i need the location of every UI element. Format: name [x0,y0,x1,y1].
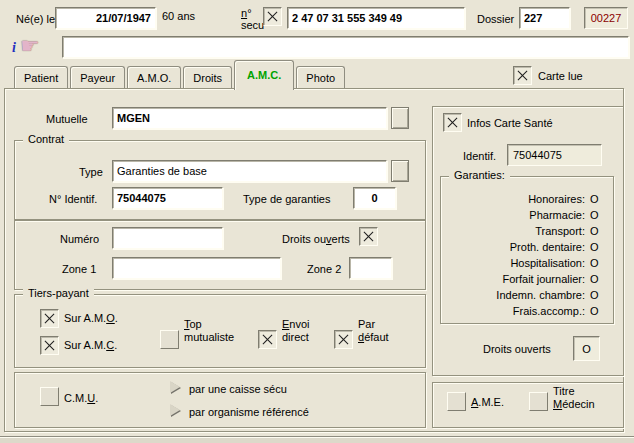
tab-amo[interactable]: A.M.O. [127,66,181,88]
note-input[interactable] [62,36,629,58]
birthdate-label: Né(e) le [16,13,55,25]
contrat-identif-input[interactable] [112,187,223,209]
sur-amc-label: Sur A.M.C. [64,339,117,351]
par-defaut-checkbox[interactable] [334,330,353,349]
droits-ouverts-checkbox[interactable] [359,227,378,246]
type-garanties-label: Type de garanties [243,193,330,205]
zone2-input[interactable] [349,257,392,279]
carte-droits-ouverts-display: O [573,336,600,361]
cmu-label: C.M.U. [64,392,98,404]
secu-checkbox[interactable] [263,7,282,26]
top-mutualiste-label: Topmutualiste [184,318,234,344]
numero-label: Numéro [60,233,99,245]
carte-identif-label: Identif. [463,150,496,162]
envoi-direct-checkbox[interactable] [258,330,277,349]
garanties-list: Honoraires:O Pharmacie:O Transport:O Pro… [447,191,599,319]
caisse-secu-arrow-icon [170,381,180,393]
par-defaut-label: Pardéfaut [358,318,389,344]
garantie-row: Frais.accomp.:O [447,303,599,319]
mutuelle-label: Mutuelle [46,113,88,125]
droits-ouverts-label: Droits ouverts [282,233,350,245]
garantie-row: Hospitalisation:O [447,255,599,271]
zone2-label: Zone 2 [307,263,341,275]
cmu-option-caisse-secu[interactable]: par une caisse sécu [189,383,287,395]
dossier-label: Dossier [477,13,514,25]
birthdate-input[interactable] [55,7,156,29]
contrat-type-browse-button[interactable] [391,160,409,182]
contrat-identif-label: N° Identif. [49,193,97,205]
ame-label: A.M.E. [471,396,504,408]
tiers-payant-group-title: Tiers-payant [23,287,94,299]
mutuelle-input[interactable] [112,107,387,129]
tab-payeur[interactable]: Payeur [70,66,125,88]
carte-lue-checkbox[interactable] [513,66,532,85]
zone1-input[interactable] [112,257,281,279]
garantie-row: Indemn. chambre:O [447,287,599,303]
sur-amo-checkbox[interactable] [40,309,59,328]
amc-patient-window: { "colors": { "accent_green": "#00a300",… [0,0,634,443]
garantie-row: Proth. dentaire:O [447,239,599,255]
organisme-reference-arrow-icon [170,404,180,416]
cmu-checkbox[interactable] [40,387,59,406]
top-mutualiste-checkbox[interactable] [160,330,179,349]
contrat-group-title: Contrat [23,133,69,145]
tab-bar: Patient Payeur A.M.O. Droits A.M.C. Phot… [14,62,347,88]
pointing-hand-icon: i ☛ [12,36,58,60]
numero-input[interactable] [112,227,223,249]
tab-amc[interactable]: A.M.C. [234,60,294,90]
sur-amo-label: Sur A.M.O. [64,312,118,324]
garantie-row: Honoraires:O [447,191,599,207]
garantie-row: Pharmacie:O [447,207,599,223]
age-label: 60 ans [162,10,195,22]
tab-droits[interactable]: Droits [183,66,232,88]
dossier-code-display: 00227 [584,7,628,29]
contrat-type-label: Type [79,166,103,178]
secu-number-input[interactable] [287,7,465,29]
titre-medecin-checkbox[interactable] [529,392,548,411]
garanties-groupbox: Garanties: Honoraires:O Pharmacie:O Tran… [440,176,614,324]
zone1-label: Zone 1 [62,263,96,275]
garanties-group-title: Garanties: [449,169,510,181]
envoi-direct-label: Envoidirect [282,318,310,344]
titre-medecin-label: TitreMédecin [553,385,595,411]
garantie-row: Forfait journalier:O [447,271,599,287]
infos-carte-sante-checkbox[interactable] [443,113,462,132]
carte-identif-display: 75044075 [507,144,602,166]
infos-carte-sante-label: Infos Carte Santé [467,117,553,129]
tab-patient[interactable]: Patient [14,66,68,88]
contrat-type-input[interactable] [112,160,387,182]
type-garanties-input[interactable] [353,187,396,209]
carte-lue-label: Carte lue [538,70,583,82]
carte-droits-ouverts-label: Droits ouverts [483,343,551,355]
dossier-input[interactable] [519,7,570,29]
secu-label: n°secu [241,7,264,31]
bottom-strip [0,438,634,443]
sur-amc-checkbox[interactable] [40,336,59,355]
cmu-option-organisme-reference[interactable]: par organisme référencé [189,406,309,418]
mutuelle-browse-button[interactable] [391,107,409,129]
garantie-row: Transport:O [447,223,599,239]
ame-checkbox[interactable] [447,392,466,411]
tab-photo[interactable]: Photo [296,66,345,88]
